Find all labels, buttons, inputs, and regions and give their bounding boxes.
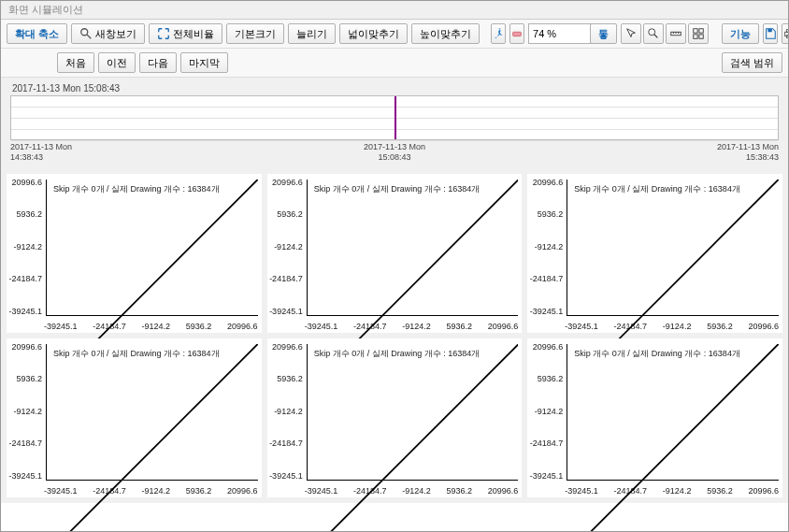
y-tick-label: -9124.2 (267, 242, 303, 252)
data-line (567, 344, 779, 532)
chart-y-axis: 20996.65936.2-9124.2-24184.7-39245.1 (527, 342, 565, 481)
chart-y-axis: 20996.65936.2-9124.2-24184.7-39245.1 (7, 342, 44, 481)
svg-rect-10 (699, 29, 703, 33)
y-tick-label: 20996.6 (527, 342, 563, 352)
timeline-right-time: 15:38:43 (717, 152, 779, 163)
y-tick-label: -24184.7 (267, 439, 303, 448)
timeline-labels: 2017-11-13 Mon 14:38:43 2017-11-13 Mon 1… (10, 142, 779, 163)
eraser-button[interactable] (509, 23, 524, 44)
fit-ratio-label: 전체비율 (173, 27, 214, 41)
prev-button[interactable]: 이전 (98, 52, 136, 73)
chart-line-svg (308, 344, 519, 532)
y-tick-label: 5936.2 (527, 374, 563, 383)
search-range-button[interactable]: 검색 범위 (722, 52, 782, 73)
y-tick-label: 20996.6 (267, 342, 303, 352)
y-tick-label: -39245.1 (527, 471, 563, 481)
pin-button[interactable] (491, 23, 506, 44)
y-tick-label: 5936.2 (267, 374, 303, 383)
y-tick-label: 5936.2 (527, 209, 563, 219)
svg-rect-11 (694, 35, 697, 38)
save-button[interactable] (763, 23, 778, 44)
svg-line-4 (654, 35, 658, 38)
y-tick-label: -39245.1 (7, 471, 42, 481)
ruler-tool[interactable] (666, 23, 686, 44)
timeline-right-date: 2017-11-13 Mon (717, 142, 779, 152)
last-button[interactable]: 마지막 (180, 52, 228, 73)
chart-plot-area (567, 180, 779, 316)
svg-point-3 (649, 29, 655, 36)
chart-title: Skip 개수 0개 / 실제 Drawing 개수 : 16384개 (314, 348, 481, 360)
stretch-button[interactable]: 늘리기 (288, 23, 336, 44)
chart-title: Skip 개수 0개 / 실제 Drawing 개수 : 16384개 (53, 348, 220, 360)
y-tick-label: -9124.2 (267, 407, 303, 416)
chart-panel-3: 20996.65936.2-9124.2-24184.7-39245.1-392… (7, 338, 262, 497)
magnifier-icon (79, 27, 93, 40)
y-tick-label: -39245.1 (7, 307, 42, 316)
pointer-tool[interactable] (621, 23, 641, 44)
svg-rect-13 (767, 29, 771, 33)
y-tick-label: 5936.2 (7, 209, 42, 219)
y-tick-label: -9124.2 (7, 242, 42, 252)
grid-tool[interactable] (688, 23, 709, 44)
svg-rect-12 (699, 35, 703, 38)
next-button[interactable]: 다음 (139, 52, 177, 73)
ruler-icon (669, 27, 682, 40)
y-tick-label: 20996.6 (267, 178, 303, 187)
fit-width-button[interactable]: 넓이맞추기 (339, 23, 408, 44)
y-tick-label: -9124.2 (527, 242, 563, 252)
y-tick-label: -24184.7 (527, 274, 563, 283)
y-tick-label: 5936.2 (7, 374, 42, 383)
y-tick-label: -24184.7 (7, 274, 42, 283)
timeline-left-time: 14:38:43 (10, 152, 72, 163)
chart-plot-area (307, 180, 519, 316)
chart-title: Skip 개수 0개 / 실제 Drawing 개수 : 16384개 (53, 183, 220, 195)
y-tick-label: 5936.2 (267, 209, 303, 219)
fit-height-button[interactable]: 높이맞추기 (411, 23, 480, 44)
y-tick-label: -24184.7 (7, 439, 42, 448)
chart-panel-5: 20996.65936.2-9124.2-24184.7-39245.1-392… (527, 338, 782, 497)
chart-line-svg (567, 344, 779, 532)
y-tick-label: -9124.2 (7, 407, 42, 416)
y-tick-label: -24184.7 (267, 274, 303, 283)
fit-ratio-button[interactable]: 전체비율 (149, 23, 222, 44)
nav-toolbar: 처음 이전 다음 마지막 검색 범위 (1, 49, 788, 78)
eraser-icon (510, 27, 524, 40)
function-button[interactable]: 기능 (722, 23, 759, 44)
chart-panel-0: 20996.65936.2-9124.2-24184.7-39245.1-392… (7, 174, 262, 333)
chart-grid: 20996.65936.2-9124.2-24184.7-39245.1-392… (1, 168, 788, 503)
tong-button[interactable]: 톻 (590, 23, 617, 44)
timeline-grid[interactable] (10, 95, 779, 140)
timeline-center-date: 2017-11-13 Mon (364, 142, 425, 152)
svg-rect-9 (694, 29, 697, 33)
timeline-panel: 2017-11-13 Mon 15:08:43 2017-11-13 Mon 1… (1, 78, 788, 168)
window-title: 화면 시뮬레이션 (1, 1, 788, 20)
data-line (308, 344, 519, 532)
expand-icon (157, 27, 170, 40)
data-line (47, 344, 258, 532)
timeline-left-date: 2017-11-13 Mon (10, 142, 72, 152)
save-icon (764, 27, 777, 40)
chart-plot-area (46, 180, 258, 316)
default-size-button[interactable]: 기본크기 (226, 23, 284, 44)
new-window-button[interactable]: 새창보기 (71, 23, 145, 44)
chart-plot-area (307, 344, 519, 481)
chart-y-axis: 20996.65936.2-9124.2-24184.7-39245.1 (267, 178, 305, 316)
first-button[interactable]: 처음 (57, 52, 94, 73)
y-tick-label: -39245.1 (267, 471, 303, 481)
right-tool-group (621, 23, 709, 44)
chart-plot-area (46, 344, 258, 481)
timeline-marker[interactable] (394, 96, 396, 139)
chart-title: Skip 개수 0개 / 실제 Drawing 개수 : 16384개 (574, 348, 740, 360)
chart-panel-1: 20996.65936.2-9124.2-24184.7-39245.1-392… (267, 174, 523, 333)
print-button[interactable] (782, 23, 789, 44)
y-tick-label: 20996.6 (527, 178, 563, 187)
zoom-tool[interactable] (643, 23, 664, 44)
y-tick-label: -24184.7 (527, 439, 563, 448)
chart-panel-4: 20996.65936.2-9124.2-24184.7-39245.1-392… (267, 338, 523, 497)
zoom-inout-button[interactable]: 확대 축소 (7, 23, 67, 44)
zoom-level-select[interactable] (528, 23, 594, 44)
main-toolbar: 확대 축소 새창보기 전체비율 기본크기 늘리기 넓이맞추기 높이맞추기 톻 기… (1, 20, 788, 49)
chart-y-axis: 20996.65936.2-9124.2-24184.7-39245.1 (7, 178, 44, 316)
zoom-icon (647, 27, 660, 40)
chart-plot-area (567, 344, 779, 481)
